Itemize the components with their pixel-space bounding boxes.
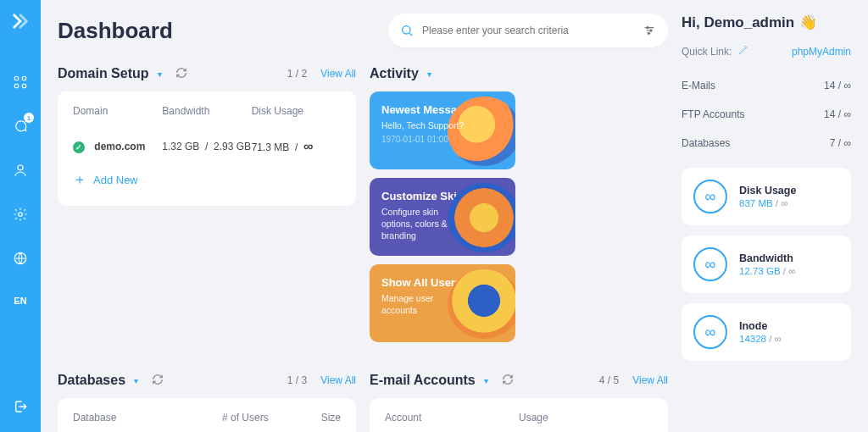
logout-icon[interactable] xyxy=(10,396,31,417)
stat-emails: E-Mails14 / ∞ xyxy=(682,71,851,100)
svg-point-3 xyxy=(22,84,26,88)
stat-db: Databases7 / ∞ xyxy=(682,129,851,158)
greeting: Hi, Demo_admin 👋 xyxy=(682,14,851,31)
domain-view-all[interactable]: View All xyxy=(320,68,356,80)
email-pager: 4 / 5 xyxy=(599,374,619,386)
infinity-icon: ∞ xyxy=(693,247,727,281)
refresh-icon[interactable] xyxy=(152,374,164,388)
usage-bandwidth[interactable]: ∞ Bandwidth 12.73 GB / ∞ xyxy=(682,235,851,293)
activity-tile-skin[interactable]: Customize Skin Configure skin options, c… xyxy=(370,178,515,256)
edit-icon[interactable] xyxy=(738,45,748,58)
emails-title: E-mail Accounts xyxy=(370,373,476,388)
tile-subtitle: Manage user accounts xyxy=(381,292,466,316)
col-users: # of Users xyxy=(222,412,281,424)
domain-row[interactable]: ✓ demo.com 1.32 GB / 2.93 GB 71.3 MB / ∞ xyxy=(73,130,341,163)
domain-bandwidth: 1.32 GB / 2.93 GB xyxy=(162,141,251,152)
domain-setup-title: Domain Setup xyxy=(58,66,149,81)
emails-card: Account Usage demo_admin 0 B billing@dem… xyxy=(370,398,668,432)
search-box[interactable] xyxy=(388,14,668,47)
search-icon xyxy=(400,24,414,37)
sidebar: 1 EN xyxy=(0,0,41,432)
svg-point-4 xyxy=(18,165,23,170)
tile-date: 1970-01-01 01:00 xyxy=(381,135,504,144)
activity-tile-message[interactable]: Newest Message Hello, Tech Support? 1970… xyxy=(370,91,515,169)
chevron-down-icon[interactable]: ▾ xyxy=(484,376,488,385)
refresh-icon[interactable] xyxy=(175,67,187,81)
usage-inode[interactable]: ∞ Inode 14328 / ∞ xyxy=(682,303,851,361)
activity-title: Activity xyxy=(370,66,419,81)
chevron-down-icon[interactable]: ▾ xyxy=(158,69,162,79)
nav-messages-icon[interactable]: 1 xyxy=(10,116,31,136)
filter-icon[interactable] xyxy=(643,24,656,37)
refresh-icon[interactable] xyxy=(502,374,514,388)
quick-link-target[interactable]: phpMyAdmin xyxy=(792,46,851,58)
nav-dashboard-icon[interactable] xyxy=(10,72,31,92)
svg-point-1 xyxy=(22,76,26,80)
logo[interactable] xyxy=(11,12,30,33)
col-domain: Domain xyxy=(73,105,162,117)
databases-card: Database # of Users Size demo_admin_foru… xyxy=(58,398,356,432)
domain-setup-card: Domain Bandwidth Disk Usage ✓ demo.com 1… xyxy=(58,91,356,206)
usage-disk[interactable]: ∞ Disk Usage 837 MB / ∞ xyxy=(682,168,851,225)
svg-point-0 xyxy=(14,76,19,80)
db-pager: 1 / 3 xyxy=(287,374,307,386)
activity-tile-users[interactable]: Show All Users Manage user accounts xyxy=(370,264,515,342)
col-usage: Usage xyxy=(519,412,653,424)
email-view-all[interactable]: View All xyxy=(632,374,668,386)
chevron-down-icon[interactable]: ▾ xyxy=(134,376,138,385)
svg-point-10 xyxy=(648,32,649,34)
domain-disk: 71.3 MB / ∞ xyxy=(252,139,341,154)
tile-subtitle: Configure skin options, colors & brandin… xyxy=(381,206,466,242)
infinity-icon: ∞ xyxy=(693,315,727,349)
domain-name: demo.com xyxy=(94,141,145,152)
col-disk: Disk Usage xyxy=(252,105,341,117)
svg-point-9 xyxy=(650,30,652,31)
lang-label[interactable]: EN xyxy=(14,296,26,306)
chevron-down-icon[interactable]: ▾ xyxy=(427,69,431,79)
nav-globe-icon[interactable] xyxy=(10,248,31,269)
infinity-icon: ∞ xyxy=(693,180,727,213)
col-account: Account xyxy=(385,412,519,424)
plus-icon: ＋ xyxy=(73,171,86,189)
usage-title: Bandwidth xyxy=(739,252,795,264)
stat-ftp: FTP Accounts14 / ∞ xyxy=(682,100,851,129)
svg-point-7 xyxy=(403,26,410,34)
nav-settings-icon[interactable] xyxy=(10,204,31,224)
tile-subtitle: Hello, Tech Support? xyxy=(381,119,466,131)
svg-point-2 xyxy=(14,84,19,88)
col-size: Size xyxy=(281,412,341,424)
nav-user-icon[interactable] xyxy=(10,160,31,180)
svg-point-8 xyxy=(647,27,648,29)
col-bandwidth: Bandwidth xyxy=(162,105,251,117)
quick-link-label: Quick Link: xyxy=(682,46,732,58)
usage-title: Disk Usage xyxy=(739,185,796,197)
wave-icon: 👋 xyxy=(799,14,817,31)
usage-title: Inode xyxy=(739,320,782,332)
search-input[interactable] xyxy=(422,25,634,36)
domain-add-new[interactable]: ＋ Add New xyxy=(73,163,341,192)
domain-pager: 1 / 2 xyxy=(287,68,307,80)
col-db: Database xyxy=(73,412,222,424)
databases-title: Databases xyxy=(58,373,125,388)
db-view-all[interactable]: View All xyxy=(320,374,356,386)
svg-point-5 xyxy=(19,213,23,217)
status-ok-icon: ✓ xyxy=(73,141,85,153)
page-title: Dashboard xyxy=(58,18,173,44)
